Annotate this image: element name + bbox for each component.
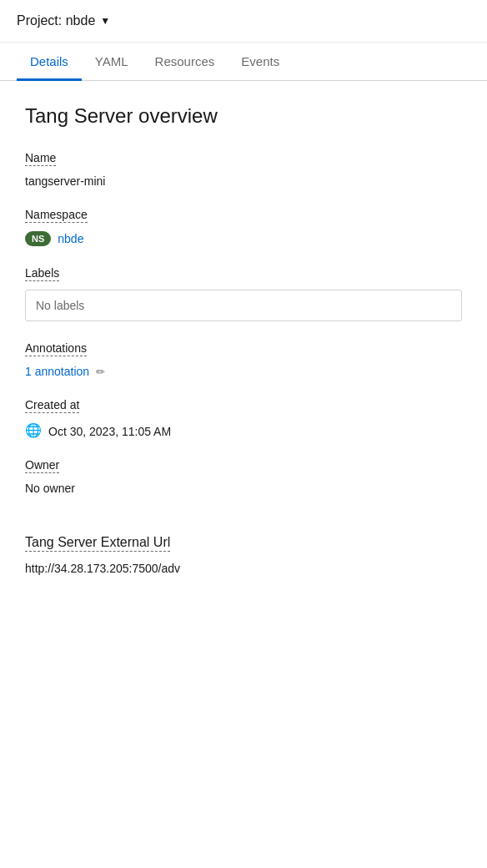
header: Project: nbde ▼	[0, 0, 487, 43]
namespace-row: NS nbde	[25, 231, 462, 246]
field-annotations: Annotations 1 annotation ✏	[25, 341, 462, 378]
tab-yaml[interactable]: YAML	[82, 43, 142, 81]
namespace-label: Namespace	[25, 208, 88, 223]
namespace-link[interactable]: nbde	[58, 232, 83, 245]
field-name: Name tangserver-mini	[25, 151, 462, 188]
name-label: Name	[25, 151, 56, 166]
external-url-label: Tang Server External Url	[25, 535, 170, 552]
external-url-value: http://34.28.173.205:7500/adv	[25, 562, 462, 575]
labels-label: Labels	[25, 266, 59, 281]
external-url-section: Tang Server External Url http://34.28.17…	[25, 535, 462, 575]
edit-icon[interactable]: ✏	[96, 366, 105, 378]
created-at-value: Oct 30, 2023, 11:05 AM	[48, 425, 171, 438]
tabs-bar: Details YAML Resources Events	[0, 43, 487, 81]
field-created-at: Created at 🌐 Oct 30, 2023, 11:05 AM	[25, 398, 462, 438]
tab-events[interactable]: Events	[228, 43, 293, 81]
annotations-label: Annotations	[25, 341, 87, 356]
dropdown-arrow-icon: ▼	[100, 15, 110, 27]
owner-value: No owner	[25, 482, 462, 495]
tab-details[interactable]: Details	[17, 43, 82, 81]
annotation-link[interactable]: 1 annotation	[25, 365, 89, 378]
project-label: Project: nbde	[17, 13, 95, 28]
annotation-row: 1 annotation ✏	[25, 365, 462, 378]
owner-label: Owner	[25, 458, 59, 473]
field-labels: Labels No labels	[25, 266, 462, 321]
content-area: Tang Server overview Name tangserver-min…	[0, 81, 487, 598]
labels-box: No labels	[25, 290, 462, 321]
created-at-label: Created at	[25, 398, 79, 413]
created-at-row: 🌐 Oct 30, 2023, 11:05 AM	[25, 421, 462, 438]
page-title: Tang Server overview	[25, 104, 462, 128]
name-value: tangserver-mini	[25, 174, 462, 188]
field-owner: Owner No owner	[25, 458, 462, 495]
project-selector[interactable]: Project: nbde ▼	[17, 13, 110, 28]
tab-resources[interactable]: Resources	[142, 43, 228, 81]
field-namespace: Namespace NS nbde	[25, 208, 462, 246]
ns-badge: NS	[25, 231, 51, 246]
globe-icon: 🌐	[25, 422, 42, 438]
